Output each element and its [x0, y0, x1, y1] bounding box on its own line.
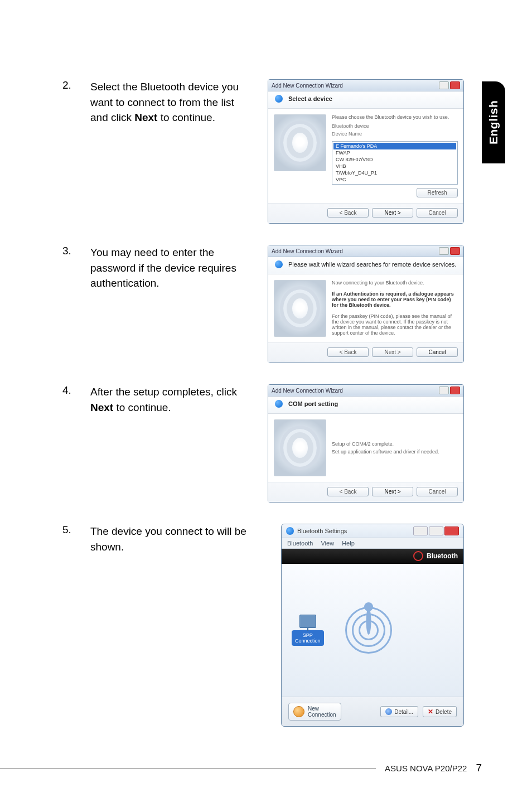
bluetooth-icon [286, 527, 294, 535]
next-button[interactable]: Next > [372, 347, 413, 357]
cancel-button[interactable]: Cancel [417, 208, 458, 218]
auth-note: If an Authentication is required, a dial… [332, 291, 458, 308]
dialog-heading: COM port setting [288, 400, 338, 407]
step-text: You may need to enter the password if th… [90, 245, 252, 291]
step-number: 4. [62, 384, 75, 397]
step-2: 2. Select the Bluetooth device you want … [62, 79, 464, 224]
close-icon[interactable] [450, 81, 460, 89]
menu-bar: Bluetooth View Help [282, 538, 463, 549]
back-button[interactable]: < Back [327, 208, 369, 218]
brand-bar: Bluetooth [282, 549, 463, 564]
brand-label: Bluetooth [427, 552, 458, 560]
cancel-button[interactable]: Cancel [417, 487, 458, 496]
device-label: SPP Connection [292, 630, 324, 646]
column-label: Device Name [332, 131, 458, 137]
step-4: 4. After the setup completes, click Next… [62, 384, 464, 503]
list-item[interactable]: E Fernando's PDA [333, 143, 456, 149]
screenshot-select-device: Add New Connection Wizard Select a devic… [268, 79, 464, 224]
close-icon[interactable] [450, 247, 460, 255]
list-label: Bluetooth device [332, 123, 458, 129]
brand-ring-icon [413, 551, 423, 561]
window-title: Bluetooth Settings [297, 528, 347, 534]
screenshot-com-port: Add New Connection Wizard COM port setti… [268, 384, 464, 503]
refresh-button[interactable]: Refresh [417, 188, 458, 197]
passkey-note: For the passkey (PIN code), please see t… [332, 313, 458, 336]
footer-model: ASUS NOVA P20/P22 [385, 764, 467, 773]
footer-rule [0, 768, 376, 769]
signal-waves-icon [335, 597, 402, 664]
dialog-heading: Please wait while wizard searches for re… [288, 261, 456, 268]
minimize-icon[interactable] [439, 386, 449, 394]
next-button[interactable]: Next > [372, 208, 413, 218]
minimize-icon[interactable] [439, 81, 449, 89]
bluetooth-icon [275, 400, 283, 408]
step-number: 5. [62, 524, 75, 536]
page-footer: ASUS NOVA P20/P22 7 [0, 762, 532, 774]
list-item[interactable]: FWAP [333, 149, 456, 156]
status-line: Now connecting to your Bluetooth device. [332, 280, 458, 286]
paired-device-icon[interactable]: SPP Connection [292, 615, 324, 646]
wizard-art-icon [274, 280, 326, 337]
bluetooth-icon [275, 260, 283, 268]
step-text: The device you connect to will be shown. [90, 524, 263, 554]
dialog-title: Add New Connection Wizard [272, 248, 343, 254]
dialog-prompt: Please choose the Bluetooth device you w… [332, 114, 458, 120]
device-canvas: SPP Connection [282, 564, 463, 697]
device-list[interactable]: E Fernando's PDA FWAP CW 829-07/VSD VHB … [332, 141, 458, 185]
dialog-title: Add New Connection Wizard [272, 83, 343, 89]
instruction-list: 2. Select the Bluetooth device you want … [62, 79, 464, 748]
delete-button[interactable]: ✕ Delete [423, 706, 457, 717]
driver-note: Set up application software and driver i… [332, 449, 458, 455]
step-number: 3. [62, 245, 75, 257]
minimize-icon[interactable] [439, 247, 449, 255]
bluetooth-icon [275, 95, 283, 103]
back-button[interactable]: < Back [327, 347, 369, 357]
screenshot-bluetooth-settings: Bluetooth Settings Bluetooth View Help B… [281, 524, 464, 727]
step-number: 2. [62, 79, 75, 91]
cancel-button[interactable]: Cancel [417, 347, 458, 357]
step-5: 5. The device you connect to will be sho… [62, 524, 464, 727]
list-item[interactable]: T/WbIoY_D4U_P1 [333, 170, 456, 176]
new-connection-icon [293, 706, 304, 717]
dialog-title: Add New Connection Wizard [272, 388, 343, 394]
detail-icon [385, 708, 392, 715]
language-tab: English [482, 81, 505, 163]
list-item[interactable]: VHB [333, 163, 456, 170]
step-3: 3. You may need to enter the password if… [62, 245, 464, 363]
detail-button[interactable]: Detail... [380, 706, 418, 717]
wizard-art-icon [274, 419, 326, 476]
screenshot-authentication: Add New Connection Wizard Please wait wh… [268, 245, 464, 363]
new-connection-button[interactable]: New Connection [288, 703, 341, 721]
menu-help[interactable]: Help [342, 540, 355, 547]
back-button[interactable]: < Back [327, 487, 369, 496]
close-icon[interactable] [450, 386, 460, 394]
new-connection-label: New Connection [308, 706, 336, 718]
next-button[interactable]: Next > [372, 487, 413, 496]
minimize-icon[interactable] [413, 526, 428, 535]
page-number: 7 [476, 762, 482, 774]
complete-line: Setup of COM4/2 complete. [332, 441, 458, 447]
list-item[interactable]: VPC [333, 176, 456, 183]
detail-label: Detail... [394, 709, 413, 715]
delete-icon: ✕ [428, 708, 433, 715]
dialog-heading: Select a device [288, 95, 332, 102]
monitor-icon [299, 615, 316, 628]
maximize-icon[interactable] [429, 526, 443, 535]
step-text: Select the Bluetooth device you want to … [90, 79, 252, 125]
delete-label: Delete [436, 709, 452, 715]
wizard-art-icon [274, 114, 326, 171]
list-item[interactable]: CW 829-07/VSD [333, 156, 456, 163]
close-icon[interactable] [444, 526, 459, 535]
step-text: After the setup completes, click Next to… [90, 384, 252, 415]
menu-view[interactable]: View [321, 540, 334, 547]
menu-bluetooth[interactable]: Bluetooth [287, 540, 313, 547]
